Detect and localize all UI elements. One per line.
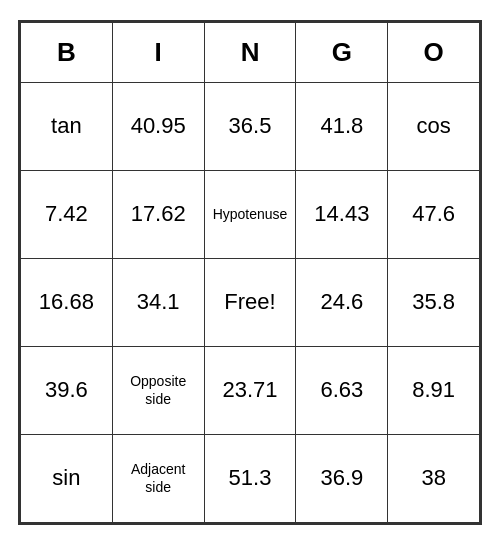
cell-2-4: 35.8 (388, 258, 480, 346)
bingo-card: BINGO tan40.9536.541.8cos7.4217.62Hypote… (18, 20, 482, 525)
cell-3-0: 39.6 (21, 346, 113, 434)
cell-1-0: 7.42 (21, 170, 113, 258)
bingo-table: BINGO tan40.9536.541.8cos7.4217.62Hypote… (20, 22, 480, 523)
cell-3-4: 8.91 (388, 346, 480, 434)
cell-2-2: Free! (204, 258, 296, 346)
header-col-i: I (112, 22, 204, 82)
cell-4-0: sin (21, 434, 113, 522)
cell-3-2: 23.71 (204, 346, 296, 434)
cell-3-1: Opposite side (112, 346, 204, 434)
row-2: 16.6834.1Free!24.635.8 (21, 258, 480, 346)
header-col-o: O (388, 22, 480, 82)
cell-2-1: 34.1 (112, 258, 204, 346)
cell-4-3: 36.9 (296, 434, 388, 522)
cell-1-3: 14.43 (296, 170, 388, 258)
row-4: sinAdjacent side51.336.938 (21, 434, 480, 522)
cell-0-4: cos (388, 82, 480, 170)
cell-0-2: 36.5 (204, 82, 296, 170)
header-col-b: B (21, 22, 113, 82)
cell-1-1: 17.62 (112, 170, 204, 258)
cell-2-3: 24.6 (296, 258, 388, 346)
cell-4-4: 38 (388, 434, 480, 522)
header-row: BINGO (21, 22, 480, 82)
cell-3-3: 6.63 (296, 346, 388, 434)
cell-1-4: 47.6 (388, 170, 480, 258)
row-3: 39.6Opposite side23.716.638.91 (21, 346, 480, 434)
cell-0-3: 41.8 (296, 82, 388, 170)
cell-0-0: tan (21, 82, 113, 170)
cell-1-2: Hypotenuse (204, 170, 296, 258)
header-col-n: N (204, 22, 296, 82)
row-1: 7.4217.62Hypotenuse14.4347.6 (21, 170, 480, 258)
cell-0-1: 40.95 (112, 82, 204, 170)
cell-4-2: 51.3 (204, 434, 296, 522)
cell-2-0: 16.68 (21, 258, 113, 346)
row-0: tan40.9536.541.8cos (21, 82, 480, 170)
header-col-g: G (296, 22, 388, 82)
cell-4-1: Adjacent side (112, 434, 204, 522)
